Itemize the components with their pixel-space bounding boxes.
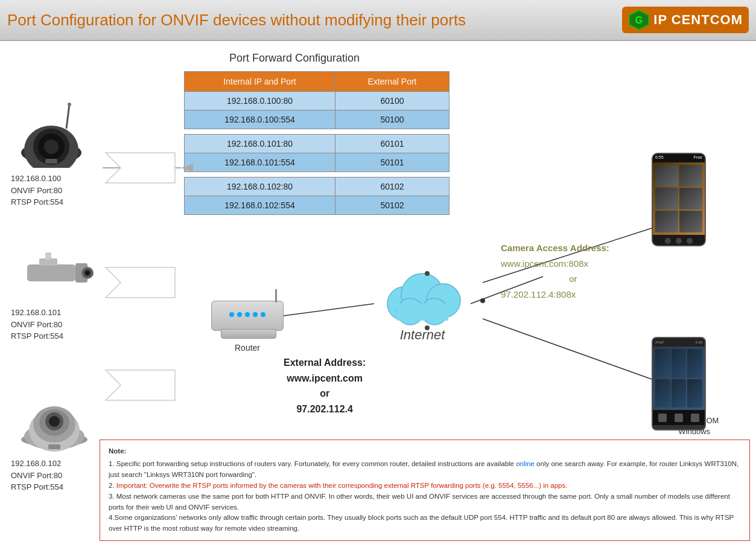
- phone-tile: [655, 349, 670, 378]
- svg-line-7: [66, 104, 69, 129]
- phone-windows-nav: [653, 410, 705, 425]
- logo: G IP CENTCOM: [622, 7, 749, 33]
- section-title: Port Forward Configuration: [229, 52, 360, 65]
- table-header-col2: External Port: [335, 72, 449, 92]
- table-cell-port: 50100: [335, 110, 449, 129]
- phone-windows: AT&T4:30: [652, 337, 706, 430]
- phone-nav-btn: [687, 238, 693, 244]
- svg-point-6: [44, 139, 59, 154]
- phone-android-screen: [653, 162, 705, 235]
- table-cell-ip: 192.168.0.102:554: [185, 196, 335, 215]
- table-row: 192.168.0.101:554 50101: [185, 153, 449, 172]
- cam-thumb: [655, 211, 678, 232]
- note-line2: 2. Important: Overwrite the RTSP ports i…: [109, 481, 741, 491]
- note-line3: 3. Most network cameras use the same por…: [109, 491, 741, 513]
- cam-thumb: [679, 165, 702, 187]
- router-dot: [237, 312, 242, 317]
- phone-nav-btn: [665, 238, 671, 244]
- table-gap-row: [185, 172, 449, 178]
- svg-marker-28: [106, 267, 175, 298]
- svg-text:G: G: [635, 15, 643, 25]
- router-indicator-dots: [229, 312, 265, 317]
- cam-thumb: [679, 211, 702, 232]
- router-antenna: [275, 289, 277, 302]
- note-important: Important: Overwrite the RTSP ports info…: [116, 482, 568, 489]
- phone-status-bar: 6:55Free: [653, 154, 705, 162]
- camera-3-label: 192.168.0.102 ONVIF Port:80 RTSP Port:55…: [11, 458, 63, 493]
- table-cell-port: 60102: [335, 178, 449, 196]
- router-dot: [245, 312, 250, 317]
- note-title: Note:: [109, 446, 741, 457]
- external-address-ip: 97.202.112.4: [284, 401, 366, 417]
- table-cell-port: 60100: [335, 92, 449, 110]
- note-box: Note: 1. Specific port forwarding setup …: [100, 440, 750, 542]
- table-cell-port: 60101: [335, 135, 449, 153]
- windows-search-btn: [691, 414, 699, 422]
- svg-point-23: [49, 416, 60, 427]
- svg-marker-27: [106, 153, 175, 183]
- phone-tile: [687, 349, 702, 378]
- cloud-svg: [374, 264, 471, 331]
- cam-access-or: or: [501, 271, 609, 287]
- table-cell-ip: 192.168.0.102:80: [185, 178, 335, 196]
- port-table: Internal IP and Port External Port 192.1…: [184, 71, 449, 215]
- external-address-line1: www.ipcent.com: [284, 371, 366, 386]
- table-cell-ip: 192.168.0.100:80: [185, 92, 335, 110]
- svg-rect-16: [45, 252, 51, 260]
- table-header-col1: Internal IP and Port: [185, 72, 335, 92]
- router-dot: [229, 312, 234, 317]
- phone-android-nav: [653, 235, 705, 246]
- table-cell-ip: 192.168.0.100:554: [185, 110, 335, 129]
- external-address: External Address: www.ipcent.com or 97.2…: [284, 355, 366, 417]
- svg-rect-24: [48, 444, 60, 449]
- windows-home-btn: [675, 414, 683, 422]
- page-title: Port Configuration for ONVIF devices wit…: [7, 11, 466, 30]
- camera-1-image: [12, 101, 91, 170]
- table-row: 192.168.0.102:554 50102: [185, 196, 449, 215]
- router-dot: [261, 312, 265, 317]
- phone-tile: [687, 379, 702, 408]
- table-cell-port: 50101: [335, 153, 449, 172]
- table-row: 192.168.0.102:80 60102: [185, 178, 449, 196]
- camera-2-image: [9, 246, 100, 303]
- note-online-link: online: [516, 460, 535, 467]
- router-container: Router: [211, 301, 284, 353]
- logo-icon: G: [628, 9, 650, 31]
- cam-access-title: Camera Access Address:: [501, 240, 609, 256]
- phone-windows-image: AT&T4:30: [652, 337, 706, 430]
- phone-windows-screen: [653, 347, 705, 410]
- svg-point-41: [425, 271, 430, 276]
- table-cell-ip: 192.168.0.101:554: [185, 153, 335, 172]
- main-content: Port Forward Configuration Internal IP a…: [0, 41, 756, 547]
- table-gap-row: [185, 129, 449, 135]
- phone-tile: [672, 379, 687, 408]
- svg-rect-40: [397, 304, 448, 321]
- svg-point-14: [86, 271, 89, 275]
- phone-tile: [672, 349, 687, 378]
- phone-windows-status: AT&T4:30: [653, 338, 705, 347]
- cam-access-ip: 97.202.112.4:808x: [501, 287, 609, 302]
- table-row: 192.168.0.100:554 50100: [185, 110, 449, 129]
- svg-rect-10: [27, 264, 75, 281]
- svg-point-34: [480, 298, 485, 303]
- note-line4: 4.Some organizations' networks only allo…: [109, 513, 741, 534]
- phone-nav-btn: [676, 238, 682, 244]
- router-label: Router: [211, 343, 284, 353]
- windows-back-btn: [658, 414, 667, 422]
- header: Port Configuration for ONVIF devices wit…: [0, 0, 756, 41]
- cam-thumb: [679, 188, 702, 210]
- external-address-title: External Address:: [284, 355, 366, 371]
- table-cell-ip: 192.168.0.101:80: [185, 135, 335, 153]
- camera-2-label: 192.168.0.101 ONVIF Port:80 RTSP Port:55…: [11, 307, 63, 342]
- cam-access-line1: www.ipcent.com:808x: [501, 256, 609, 272]
- router-image: [211, 301, 284, 331]
- camera-3-image: [12, 379, 97, 454]
- table-row: 192.168.0.101:80 60101: [185, 135, 449, 153]
- internet-cloud-container: Internet: [374, 264, 471, 343]
- svg-marker-29: [106, 370, 175, 400]
- logo-text: IP CENTCOM: [653, 12, 743, 28]
- table-row: 192.168.0.100:80 60100: [185, 92, 449, 110]
- external-address-or: or: [284, 386, 366, 401]
- svg-point-8: [68, 103, 71, 106]
- svg-line-33: [483, 319, 652, 379]
